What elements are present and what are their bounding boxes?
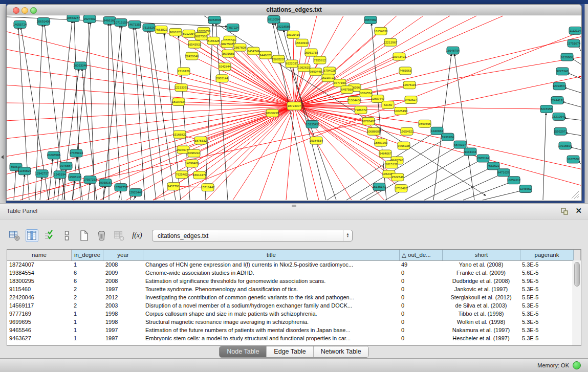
table-cell[interactable]: 6 (72, 269, 103, 277)
function-builder-button[interactable]: f(x) (130, 229, 144, 242)
table-cell[interactable]: Nakamura et al. (1997) (442, 326, 520, 334)
column-header-name[interactable]: name (7, 250, 72, 260)
column-header-in-degree[interactable]: in_degree (72, 250, 103, 260)
canvas-resize-grip[interactable] (572, 191, 579, 199)
table-cell[interactable]: 5.3E-5 (520, 334, 573, 342)
table-cell[interactable]: Stergiakouli et al. (2012) (442, 293, 520, 301)
table-cell[interactable]: 0 (399, 285, 442, 293)
table-cell[interactable]: Estimation of the future numbers of pati… (143, 326, 399, 334)
table-row[interactable]: 1872400712008Changes of HCN gene express… (7, 260, 573, 269)
zoom-window-button[interactable] (30, 7, 37, 14)
table-cell[interactable]: 22420046 (7, 293, 72, 301)
table-cell[interactable]: Disruption of a novel member of a sodium… (143, 301, 399, 310)
table-cell[interactable]: Changes of HCN gene expression and I(f) … (143, 260, 399, 269)
table-cell[interactable]: Structural magnetic resonance image aver… (143, 318, 399, 326)
table-cell[interactable]: 5.3E-5 (520, 326, 573, 334)
table-row[interactable]: 977716911998Corpus callosum shape and si… (7, 310, 573, 318)
table-cell[interactable]: 0 (399, 326, 442, 334)
table-cell[interactable]: 1 (72, 310, 103, 318)
table-cell[interactable]: 1 (72, 326, 103, 334)
table-cell[interactable]: 0 (399, 293, 442, 301)
table-cell[interactable]: 2009 (103, 269, 143, 277)
table-cell[interactable]: 2008 (103, 277, 143, 285)
table-cell[interactable]: Yano et al. (2008) (442, 260, 520, 269)
select-rows-button[interactable] (43, 229, 56, 242)
panel-split-handle[interactable] (292, 205, 296, 207)
table-row[interactable]: 969969511998Structural magnetic resonanc… (7, 318, 573, 326)
table-cell[interactable]: 9699695 (7, 318, 72, 326)
row-height-button[interactable] (60, 229, 73, 242)
table-cell[interactable]: Investigating the contribution of common… (143, 293, 399, 301)
table-cell[interactable]: 9465546 (7, 326, 72, 334)
column-header-pagerank[interactable]: pagerank (520, 250, 574, 260)
network-view-canvas[interactable]: 1405572420691406106532871527602946616010… (6, 15, 582, 201)
table-cell[interactable]: 2003 (103, 301, 143, 310)
panel-collapse-arrow-icon[interactable] (1, 155, 4, 159)
minimize-window-button[interactable] (21, 7, 28, 14)
table-cell[interactable]: Franke et al. (2009) (442, 269, 520, 277)
table-cell[interactable]: 5.6E-5 (520, 269, 573, 277)
table-cell[interactable]: 1997 (103, 326, 143, 334)
table-cell[interactable]: 2 (72, 285, 103, 293)
memory-status[interactable]: Memory: OK (537, 361, 581, 369)
delete-table-button[interactable] (113, 229, 125, 242)
table-cell[interactable]: 2 (72, 301, 103, 310)
create-column-button[interactable] (78, 229, 91, 242)
table-cell[interactable]: Estimation of significance thresholds fo… (143, 277, 399, 285)
table-cell[interactable]: Dudbridge et al. (2008) (442, 277, 520, 285)
table-cell[interactable]: Jankovic et al. (1997) (442, 285, 520, 293)
table-cell[interactable]: Tibbo et al. (1998) (442, 310, 520, 318)
tab-network-table[interactable]: Network Table (313, 346, 368, 357)
table-cell[interactable]: 1 (72, 334, 103, 342)
table-cell[interactable]: 1997 (103, 334, 143, 342)
column-header-short[interactable]: short (443, 250, 520, 260)
table-select-dropdown[interactable]: citations_edges.txt ▲▼ (152, 230, 353, 242)
table-cell[interactable]: Wolkin et al. (1998) (442, 318, 520, 326)
table-settings-button[interactable] (8, 229, 21, 242)
table-row[interactable]: 1456911722003Disruption of a novel membe… (7, 301, 573, 310)
table-cell[interactable]: 0 (399, 277, 442, 285)
close-panel-icon[interactable]: ✕ (575, 206, 582, 215)
network-window-titlebar[interactable]: citations_edges.txt (6, 4, 582, 15)
table-cell[interactable]: 5.3E-5 (520, 301, 573, 310)
network-graph[interactable]: 1405572420691406106532871527602946616010… (7, 15, 581, 201)
table-cell[interactable]: 2012 (103, 293, 143, 301)
table-cell[interactable]: 1 (72, 318, 103, 326)
table-cell[interactable]: 2008 (103, 260, 143, 269)
table-cell[interactable]: 1 (72, 260, 103, 269)
table-row[interactable]: 1830029562008Estimation of significance … (7, 277, 573, 285)
close-window-button[interactable] (13, 7, 19, 14)
table-vertical-scrollbar[interactable] (573, 260, 581, 345)
table-row[interactable]: 946362711997Embryonic stem cells: a mode… (7, 334, 573, 342)
table-cell[interactable]: Tourette syndrome. Phenomenology and cla… (143, 285, 399, 293)
table-cell[interactable]: 18300295 (7, 277, 72, 285)
table-cell[interactable]: Corpus callosum shape and size in male p… (143, 310, 399, 318)
table-row[interactable]: 1938455462009Genome-wide association stu… (7, 269, 573, 277)
table-cell[interactable]: Embryonic stem cells: a model to study s… (143, 334, 399, 342)
table-cell[interactable]: 1998 (103, 318, 143, 326)
float-panel-icon[interactable] (560, 207, 569, 215)
table-cell[interactable]: 9777169 (7, 310, 72, 318)
show-columns-button[interactable] (26, 229, 38, 242)
table-cell[interactable]: 6 (72, 277, 103, 285)
table-cell[interactable]: 18724007 (7, 260, 72, 269)
table-cell[interactable]: 9463627 (7, 334, 72, 342)
table-cell[interactable]: 5.3E-5 (520, 285, 573, 293)
table-cell[interactable]: Genome-wide association studies in ADHD. (143, 269, 399, 277)
table-cell[interactable]: 19384554 (7, 269, 72, 277)
table-row[interactable]: 911546021997Tourette syndrome. Phenomeno… (7, 285, 573, 293)
table-cell[interactable]: 5.9E-5 (520, 277, 573, 285)
delete-columns-button[interactable] (95, 229, 108, 242)
table-cell[interactable]: 1998 (103, 310, 143, 318)
table-cell[interactable]: de Silva et al. (2003) (442, 301, 520, 310)
column-header-year[interactable]: year (103, 250, 143, 260)
table-cell[interactable]: 0 (399, 301, 442, 310)
table-cell[interactable]: 1997 (103, 285, 143, 293)
table-cell[interactable]: 0 (399, 310, 442, 318)
table-cell[interactable]: 0 (399, 269, 442, 277)
table-cell[interactable]: 9115460 (7, 285, 72, 293)
table-cell[interactable]: Hescheler et al. (1997) (442, 334, 520, 342)
scrollbar-thumb[interactable] (574, 262, 580, 287)
tab-edge-table[interactable]: Edge Table (266, 346, 313, 357)
tab-node-table[interactable]: Node Table (220, 346, 266, 357)
